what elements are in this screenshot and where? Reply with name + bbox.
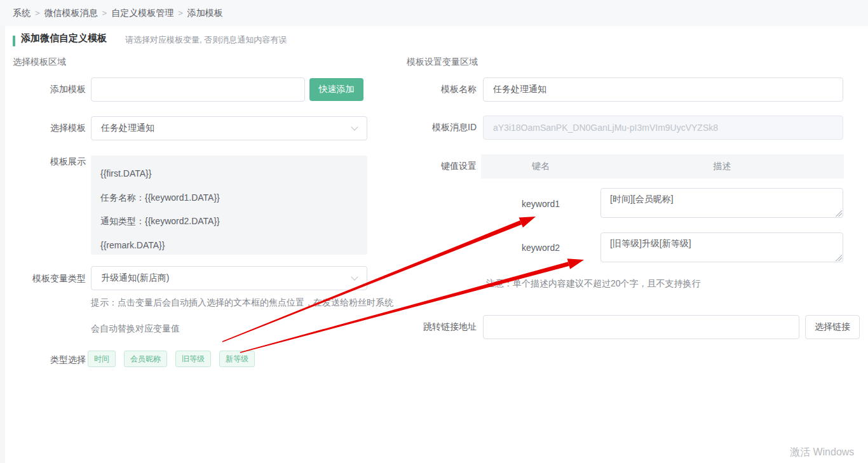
breadcrumb-item-add-template[interactable]: 添加模板 — [187, 8, 223, 19]
page-subtitle: 请选择对应模板变量, 否则消息通知内容有误 — [125, 34, 287, 46]
variable-type-label: 模板变量类型 — [10, 273, 86, 285]
keyword1-desc-textarea[interactable]: [时间][会员昵称] — [600, 188, 843, 218]
column-header-desc: 描述 — [600, 161, 844, 172]
type-select-label: 类型选择 — [10, 354, 86, 366]
select-template-label: 选择模板 — [10, 123, 86, 134]
preview-line: {{first.DATA}} — [100, 162, 358, 186]
breadcrumb-item-system[interactable]: 系统 — [13, 8, 31, 19]
select-template-value: 任务处理通知 — [101, 123, 154, 134]
breadcrumb-bar: 系统 > 微信模板消息 > 自定义模板管理 > 添加模板 — [0, 0, 868, 26]
breadcrumb-item-wechat-template-message[interactable]: 微信模板消息 — [44, 8, 98, 19]
variable-type-dropdown[interactable]: 升级通知(新店商) — [91, 266, 367, 290]
variable-type-value: 升级通知(新店商) — [101, 272, 169, 284]
key-value-note: 注意：单个描述内容建议不超过20个字，且不支持换行 — [486, 278, 701, 290]
variable-tip: 提示：点击变量后会自动插入选择的文本框的焦点位置，在发送给粉丝时系统 会自动替换… — [91, 290, 393, 342]
jump-link-input[interactable] — [483, 315, 799, 339]
preview-line: 通知类型：{{keyword2.DATA}} — [100, 210, 358, 234]
preview-line: {{remark.DATA}} — [100, 234, 358, 258]
key-value-label: 键值设置 — [381, 161, 477, 172]
breadcrumb: 系统 > 微信模板消息 > 自定义模板管理 > 添加模板 — [13, 0, 223, 26]
key-value-header: 键名 描述 — [481, 154, 844, 178]
keyword2-desc-textarea[interactable]: [旧等级]升级[新等级] — [600, 232, 843, 262]
windows-activation-watermark: 激活 Windows — [790, 446, 854, 459]
type-button-time[interactable]: 时间 — [88, 351, 116, 367]
breadcrumb-item-custom-template-manage[interactable]: 自定义模板管理 — [111, 8, 173, 19]
left-gutter — [0, 26, 5, 463]
title-accent-bar — [13, 36, 15, 46]
add-template-input[interactable] — [91, 77, 305, 102]
keyword2-desc-wrap: [旧等级]升级[新等级] — [600, 232, 843, 262]
template-name-input[interactable] — [483, 77, 843, 102]
annotation-arrow-1 — [519, 217, 536, 227]
add-template-label: 添加模板 — [10, 84, 86, 95]
jump-link-label: 跳转链接地址 — [381, 321, 477, 333]
add-wechat-template-page: 系统 > 微信模板消息 > 自定义模板管理 > 添加模板 添加微信自定义模板 请… — [0, 0, 868, 463]
tip-line: 会自动替换对应变量值 — [91, 316, 393, 342]
keyword1-key: keyword1 — [481, 199, 600, 209]
template-id-label: 模板消息ID — [381, 122, 477, 133]
breadcrumb-separator: > — [178, 8, 183, 18]
select-link-button[interactable]: 选择链接 — [805, 315, 860, 339]
select-template-dropdown[interactable]: 任务处理通知 — [91, 116, 367, 140]
template-name-label: 模板名称 — [381, 84, 477, 95]
chevron-down-icon — [351, 123, 358, 130]
page-title: 添加微信自定义模板 — [21, 32, 107, 44]
left-section-title: 选择模板区域 — [13, 57, 66, 68]
template-preview-label: 模板展示 — [10, 156, 86, 168]
preview-line: 任务名称：{{keyword1.DATA}} — [100, 186, 358, 210]
tip-line: 提示：点击变量后会自动插入选择的文本框的焦点位置，在发送给粉丝时系统 — [91, 290, 393, 316]
keyword2-key: keyword2 — [481, 243, 600, 253]
template-preview-box: {{first.DATA}} 任务名称：{{keyword1.DATA}} 通知… — [91, 156, 367, 255]
chevron-down-icon — [351, 273, 358, 280]
keyword1-desc-wrap: [时间][会员昵称] — [600, 188, 843, 218]
breadcrumb-separator: > — [35, 8, 40, 18]
type-button-member-nickname[interactable]: 会员昵称 — [124, 351, 167, 367]
type-button-old-level[interactable]: 旧等级 — [175, 351, 211, 367]
quick-add-button[interactable]: 快速添加 — [309, 78, 363, 101]
type-select-group: 时间 会员昵称 旧等级 新等级 — [88, 351, 263, 367]
annotation-arrow-2 — [567, 258, 584, 269]
type-button-new-level[interactable]: 新等级 — [219, 351, 255, 367]
breadcrumb-separator: > — [102, 8, 107, 18]
column-header-key: 键名 — [481, 161, 600, 172]
template-id-input — [483, 116, 843, 140]
right-section-title: 模板设置变量区域 — [407, 57, 478, 68]
